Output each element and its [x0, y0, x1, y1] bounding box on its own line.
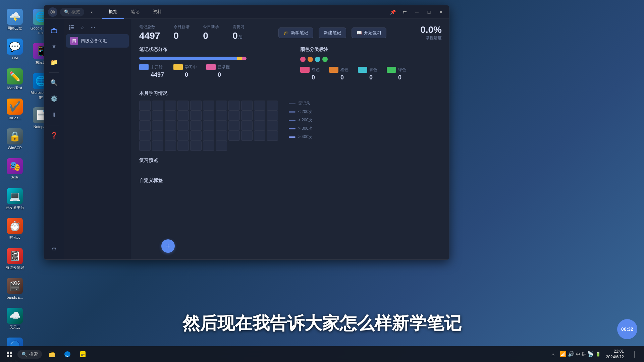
- taskbar-icon-file-manager[interactable]: [45, 347, 59, 362]
- desktop-icon-marktext[interactable]: ✏️ MarkText: [3, 66, 27, 92]
- taskbar-search-box[interactable]: 🔍 搜索: [17, 350, 42, 359]
- desktop-icon-tobes[interactable]: ✔️ ToBes...: [3, 97, 27, 122]
- cal-cell: [267, 121, 278, 131]
- maximize-btn[interactable]: □: [424, 7, 434, 17]
- stat-learn-today: 今日新学 0: [203, 24, 219, 41]
- desktop-icon-bandicam[interactable]: 🎬 bandica...: [3, 276, 27, 302]
- taskbar-sys-tray[interactable]: △: [549, 351, 557, 358]
- svg-rect-11: [7, 355, 9, 357]
- cal-cell: [177, 111, 189, 121]
- tab-notes[interactable]: 笔记: [124, 5, 146, 19]
- tab-materials-label: 资料: [153, 9, 162, 15]
- search-bar[interactable]: 🔍 概览: [60, 8, 84, 16]
- color-legend-row: 红色 0 橙色 0 青色: [300, 67, 442, 81]
- cal-cell: [216, 101, 227, 111]
- svg-rect-9: [7, 352, 9, 354]
- cal-cell: [203, 101, 214, 111]
- desktop-icon-wangpan[interactable]: 🌩️ 网络云盘: [3, 7, 27, 33]
- sidebar-item-search[interactable]: 🔍: [47, 75, 61, 90]
- cal-cell: [216, 121, 227, 131]
- pin-btn[interactable]: 📌: [387, 7, 398, 17]
- close-btn[interactable]: ✕: [436, 7, 446, 17]
- status-section: 笔记状态分布 未开始 4497: [139, 47, 280, 82]
- svg-rect-12: [10, 355, 12, 357]
- cal-cell: [216, 141, 227, 151]
- taskbar-lang-py[interactable]: 拼: [582, 351, 586, 357]
- taskbar-clock[interactable]: 22:01 2024/6/12: [603, 348, 627, 361]
- new-learn-btn[interactable]: 🎓 新学笔记: [278, 27, 313, 38]
- sidebar-item-settings[interactable]: ⚙: [47, 241, 61, 256]
- taskbar-wifi-icon[interactable]: 📡: [587, 351, 594, 357]
- new-note-btn[interactable]: 新建笔记: [319, 27, 346, 38]
- cal-cell: [216, 111, 227, 121]
- plus-icon: +: [166, 241, 170, 251]
- deck-tool-more[interactable]: ⋯: [88, 23, 98, 32]
- taskbar-battery-icon[interactable]: 🔋: [595, 352, 601, 357]
- clock-date: 2024/6/12: [606, 354, 624, 360]
- color-badge-orange: [329, 67, 338, 73]
- deck-tool-star[interactable]: ☆: [77, 23, 87, 32]
- main-content: 笔记总数 4497 今日新增 0 今日新学 0 需复习 0 /0 🎓: [131, 19, 449, 260]
- cal-cell: [139, 131, 151, 141]
- cal-cell: [216, 131, 227, 141]
- cal-cell: [203, 111, 214, 121]
- desktop-icon-time[interactable]: ⏱️ 时光云: [3, 216, 27, 242]
- desktop-icon-bubu[interactable]: 🎭 布布: [3, 156, 27, 182]
- legend-text-none: 无记录: [298, 101, 310, 106]
- progress-legend: 未开始 4497 学习中 0: [139, 64, 280, 78]
- tab-overview[interactable]: 概览: [102, 5, 124, 19]
- cal-cell: [152, 101, 163, 111]
- stat-total: 笔记总数 4497: [139, 24, 160, 41]
- sidebar-item-folder[interactable]: 📁: [47, 55, 61, 70]
- taskbar-lang-cn[interactable]: 中: [576, 351, 580, 357]
- deck-item-cet4[interactable]: 四 四级必备词汇: [66, 34, 129, 48]
- taskbar-icon-note[interactable]: [75, 347, 90, 362]
- stat-new-today: 今日新增 0: [173, 24, 190, 41]
- desktop-icon-label: 时光云: [9, 235, 20, 240]
- tab-materials[interactable]: 资料: [146, 5, 168, 19]
- desktop-icon-label: ToBes...: [8, 116, 21, 120]
- sidebar-item-download[interactable]: ⬇: [47, 108, 61, 122]
- sidebar-item-settings-gear[interactable]: ⚙️: [47, 92, 61, 106]
- desktop-icon-cloud[interactable]: ☁️ 天天云: [3, 306, 27, 331]
- add-button[interactable]: +: [161, 239, 175, 253]
- cal-cell: [139, 101, 151, 111]
- taskbar-volume-icon[interactable]: 🔊: [568, 351, 575, 357]
- new-note-label: 新建笔记: [324, 30, 341, 36]
- study-icon: 🎓: [283, 30, 289, 35]
- legend-no-record: 无记录: [289, 101, 312, 106]
- tab-back-btn[interactable]: ‹: [88, 8, 95, 16]
- app-logo: [48, 7, 57, 17]
- desktop-icon-youdao[interactable]: 📓 有道云笔记: [3, 246, 27, 272]
- swap-btn[interactable]: ⇄: [399, 7, 410, 17]
- taskbar-network-icon[interactable]: 📶: [560, 351, 567, 357]
- cal-cell: [177, 141, 189, 151]
- timer-badge: 00:32: [617, 319, 637, 339]
- svg-rect-5: [69, 28, 70, 30]
- sidebar-item-help[interactable]: ❓: [47, 128, 61, 143]
- sidebar-divider-2: [49, 125, 59, 125]
- sidebar-item-home[interactable]: [47, 23, 61, 38]
- desktop-icon-winscp[interactable]: 🔒 WinSCP: [3, 126, 27, 152]
- minimize-btn[interactable]: ─: [412, 7, 422, 17]
- cal-cell: [190, 141, 202, 151]
- taskbar-start-button[interactable]: [3, 348, 16, 361]
- cal-cell: [190, 111, 202, 121]
- deck-tool-hierarchy[interactable]: [67, 23, 76, 32]
- show-desktop-btn[interactable]: [629, 348, 640, 361]
- desktop-icon-devplatform[interactable]: 💻 开发者平台: [3, 186, 27, 212]
- cal-cell: [190, 101, 202, 111]
- cal-cell: [228, 101, 240, 111]
- sidebar-item-star[interactable]: ★: [47, 39, 61, 54]
- cal-cell: [254, 121, 265, 131]
- cal-cell: [203, 131, 214, 141]
- svg-rect-7: [71, 27, 74, 28]
- legend-lt200: < 200次: [289, 109, 312, 115]
- cal-cell: [139, 111, 151, 121]
- color-badge-green: [387, 67, 396, 73]
- start-review-btn[interactable]: 📖 开始复习: [352, 27, 386, 38]
- desktop-icon-tim[interactable]: 💬 TIM: [3, 37, 27, 62]
- taskbar-icon-edge[interactable]: [60, 347, 75, 362]
- legend-line-gt300: [289, 128, 296, 129]
- cal-cell: [190, 131, 202, 141]
